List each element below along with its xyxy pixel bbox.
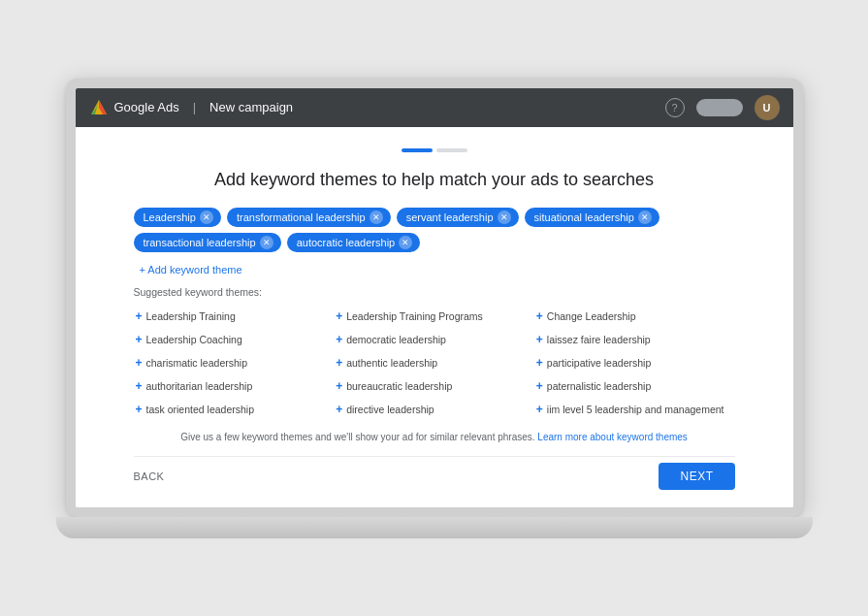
suggestions-grid: +Leadership Training+Leadership Training… [134, 306, 735, 420]
suggestion-item[interactable]: +iim level 5 leadership and management [534, 399, 735, 420]
suggestion-text: task oriented leadership [146, 404, 255, 415]
chip-close-icon[interactable]: ✕ [399, 236, 412, 249]
topbar-right: ? U [665, 95, 780, 120]
laptop-base [56, 517, 813, 538]
topbar-left: Google Ads | New campaign [89, 98, 294, 117]
plus-icon: + [136, 356, 143, 370]
plus-icon: + [336, 333, 342, 346]
plus-icon: + [536, 309, 543, 323]
footer-link[interactable]: Learn more about keyword themes [537, 432, 688, 442]
keyword-chip: transactional leadership✕ [134, 233, 281, 252]
campaign-title: New campaign [209, 100, 293, 114]
suggestion-text: directive leadership [346, 404, 434, 415]
plus-icon: + [336, 309, 342, 323]
progress-segment-1 [402, 148, 433, 152]
keyword-chip: servant leadership✕ [397, 208, 519, 227]
help-icon[interactable]: ? [665, 98, 685, 117]
action-row: BACK NEXT [134, 456, 735, 490]
suggestion-text: participative leadership [547, 357, 651, 369]
chip-label: situational leadership [534, 211, 634, 223]
progress-segment-2 [436, 148, 467, 152]
suggestion-item[interactable]: +participative leadership [534, 352, 735, 373]
suggestion-text: bureaucratic leadership [346, 380, 452, 392]
suggested-label: Suggested keyword themes: [134, 286, 735, 298]
keyword-chip: situational leadership✕ [525, 208, 659, 227]
suggestion-text: laissez faire leadership [547, 334, 651, 345]
suggestion-item[interactable]: +authentic leadership [334, 352, 534, 373]
topbar: Google Ads | New campaign ? U [76, 88, 793, 127]
topbar-divider: | [193, 100, 196, 114]
next-button[interactable]: NEXT [659, 463, 734, 490]
suggestion-text: democratic leadership [346, 334, 446, 345]
suggestion-item[interactable]: +laissez faire leadership [534, 329, 735, 350]
suggestion-item[interactable]: +charismatic leadership [134, 352, 335, 373]
google-ads-logo: Google Ads [89, 98, 179, 117]
suggestion-item[interactable]: +directive leadership [334, 399, 534, 420]
plus-icon: + [136, 379, 143, 393]
suggestion-item[interactable]: +Leadership Coaching [134, 329, 335, 350]
chip-close-icon[interactable]: ✕ [498, 211, 511, 224]
chip-label: transformational leadership [237, 211, 366, 223]
suggestion-text: authentic leadership [346, 357, 437, 369]
chip-close-icon[interactable]: ✕ [200, 211, 213, 224]
footer-note: Give us a few keyword themes and we'll s… [134, 432, 735, 442]
chip-close-icon[interactable]: ✕ [260, 236, 273, 249]
suggestion-text: Leadership Training Programs [346, 310, 483, 322]
suggestion-text: Change Leadership [547, 310, 636, 322]
plus-icon: + [136, 333, 143, 346]
plus-icon: + [536, 333, 543, 346]
chip-label: Leadership [144, 211, 196, 223]
plus-icon: + [336, 403, 342, 416]
chip-close-icon[interactable]: ✕ [370, 211, 383, 224]
plus-icon: + [536, 356, 543, 370]
chip-label: autocratic leadership [297, 237, 396, 248]
suggestion-text: authoritarian leadership [146, 380, 253, 392]
suggestion-text: paternalistic leadership [547, 380, 651, 392]
keyword-chip: transformational leadership✕ [227, 208, 391, 227]
suggestion-text: iim level 5 leadership and management [547, 404, 724, 415]
avatar[interactable]: U [755, 95, 780, 120]
suggestion-item[interactable]: +bureaucratic leadership [334, 375, 534, 397]
suggestion-item[interactable]: +task oriented leadership [134, 399, 335, 420]
laptop-screen: Google Ads | New campaign ? U Add keywor… [66, 79, 803, 517]
user-bar [696, 99, 743, 116]
suggestion-item[interactable]: +Leadership Training Programs [334, 306, 534, 327]
plus-icon: + [136, 403, 143, 416]
chip-label: servant leadership [406, 211, 494, 223]
add-keyword-button[interactable]: + Add keyword theme [134, 261, 248, 278]
suggestion-text: charismatic leadership [146, 357, 247, 369]
suggestion-item[interactable]: +Leadership Training [134, 306, 335, 327]
keyword-chip: Leadership✕ [134, 208, 221, 227]
chip-close-icon[interactable]: ✕ [638, 211, 652, 224]
laptop-wrapper: Google Ads | New campaign ? U Add keywor… [66, 79, 803, 538]
plus-icon: + [336, 356, 342, 370]
main-content: Add keyword themes to help match your ad… [76, 127, 793, 507]
chip-label: transactional leadership [144, 237, 256, 248]
suggestion-item[interactable]: +paternalistic leadership [534, 375, 735, 397]
suggestion-item[interactable]: +democratic leadership [334, 329, 534, 350]
suggestion-text: Leadership Coaching [146, 334, 242, 345]
suggestion-item[interactable]: +Change Leadership [534, 306, 735, 327]
plus-icon: + [136, 309, 143, 323]
suggestion-text: Leadership Training [146, 310, 236, 322]
brand-title: Google Ads [114, 100, 179, 114]
plus-icon: + [536, 403, 543, 416]
google-ads-icon [89, 98, 109, 117]
suggestion-item[interactable]: +authoritarian leadership [134, 375, 335, 397]
plus-icon: + [336, 379, 342, 393]
progress-bar [134, 148, 735, 152]
back-button[interactable]: BACK [134, 470, 165, 482]
page-title: Add keyword themes to help match your ad… [134, 170, 735, 190]
keyword-chip: autocratic leadership✕ [287, 233, 421, 252]
plus-icon: + [536, 379, 543, 393]
chips-area: Leadership✕transformational leadership✕s… [134, 208, 735, 252]
